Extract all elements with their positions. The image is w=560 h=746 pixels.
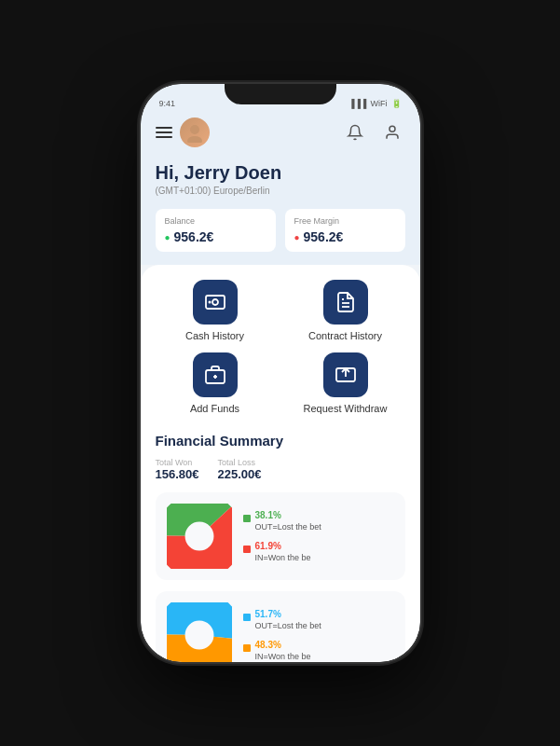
total-won-value: 156.80€ [156,467,199,481]
bell-icon [347,124,363,141]
contract-history-action[interactable]: Contract History [286,280,405,341]
pie-segment-orange [171,606,228,662]
chart-card-1: 38.1% OUT=Lost the bet 61.9% IN=Won the … [156,492,405,580]
hamburger-line [156,131,172,133]
legend-pct-orange-value: 48.3% [255,640,281,650]
add-funds-icon-box [193,352,238,397]
legend-pct-blue-value: 51.7% [255,609,281,619]
avatar[interactable] [180,117,210,147]
legend-pct-red: 61.9% IN=Won the be [255,536,311,562]
user-icon [384,124,401,141]
hamburger-line [156,127,172,129]
balance-section: Balance ● 956.2€ Free Margin ● 956.2€ [141,209,420,265]
financial-summary-title: Financial Summary [156,433,405,449]
pie-chart-1 [167,504,232,569]
legend-2: 51.7% OUT=Lost the bet 48.3% IN=Won the … [243,604,394,662]
total-won-label: Total Won [156,458,199,467]
legend-pct-blue: 51.7% OUT=Lost the bet [255,604,321,630]
signal-icon: ▐▐▐ [348,99,366,108]
svg-point-0 [190,125,199,134]
balance-dot: ● [165,232,171,242]
notification-button[interactable] [342,119,368,145]
cash-history-label: Cash History [185,330,244,341]
request-withdraw-icon-box [323,352,368,397]
total-won: Total Won 156.80€ [156,458,199,481]
balance-label: Balance [165,216,266,226]
total-loss-value: 225.00€ [218,467,262,481]
status-icons: ▐▐▐ WiFi 🔋 [348,99,401,108]
time: 9:41 [159,99,176,108]
cash-history-icon [204,291,226,313]
legend-dot-orange [243,644,251,652]
svg-point-4 [212,299,218,305]
add-funds-label: Add Funds [190,403,239,414]
menu-button[interactable] [156,127,172,138]
hamburger-line [156,136,172,138]
svg-point-2 [389,126,395,131]
legend-pct-orange: 48.3% IN=Won the be [255,635,311,661]
balance-card: Balance ● 956.2€ [156,209,276,252]
add-funds-action[interactable]: Add Funds [156,352,275,414]
pie-svg-1 [167,504,232,569]
cash-history-icon-box [193,280,238,325]
margin-dot: ● [294,232,300,242]
request-withdraw-action[interactable]: Request Withdraw [286,352,405,414]
screen: 9:41 ▐▐▐ WiFi 🔋 [141,84,420,662]
pie-svg-2 [167,602,232,662]
balance-cards: Balance ● 956.2€ Free Margin ● 956.2€ [156,209,405,252]
total-loss: Total Loss 225.00€ [218,458,262,481]
legend-dot-blue [243,614,251,621]
notch [225,84,336,104]
legend-dot-red [243,546,251,553]
chart-card-2: 51.7% OUT=Lost the bet 48.3% IN=Won the … [156,591,405,662]
margin-amount: 956.2€ [304,229,344,244]
balance-value: ● 956.2€ [165,229,266,244]
legend-1: 38.1% OUT=Lost the bet 61.9% IN=Won the … [243,505,394,567]
stats-row: Total Won 156.80€ Total Loss 225.00€ [156,458,405,481]
pie-segment-red [171,507,228,565]
greeting-section: Hi, Jerry Doen (GMT+01:00) Europe/Berlin [141,159,420,209]
greeting-name: Hi, Jerry Doen [156,162,405,184]
pie-chart-2 [167,602,232,662]
svg-point-1 [187,136,202,143]
contract-history-icon-box [323,280,368,325]
battery-icon: 🔋 [391,99,402,108]
header-left [156,117,210,147]
legend-dot-green [243,515,251,522]
cash-history-action[interactable]: Cash History [156,280,275,341]
legend-pct-red-value: 61.9% [255,541,281,551]
avatar-image [184,122,205,143]
legend-pct-green: 38.1% OUT=Lost the bet [255,505,321,532]
app-header [141,112,420,159]
request-withdraw-icon [335,364,357,386]
timezone: (GMT+01:00) Europe/Berlin [156,186,405,196]
legend-text-orange: IN=Won the be [255,652,311,661]
request-withdraw-label: Request Withdraw [304,403,388,414]
legend-item-green: 38.1% OUT=Lost the bet [243,505,394,532]
contract-history-label: Contract History [308,330,382,341]
legend-item-orange: 48.3% IN=Won the be [243,635,394,661]
total-loss-label: Total Loss [218,458,262,467]
header-icons [342,119,405,145]
legend-text-green: OUT=Lost the bet [255,522,321,532]
profile-button[interactable] [379,119,405,145]
legend-pct-green-value: 38.1% [255,510,281,520]
balance-amount: 956.2€ [174,229,214,244]
legend-item-red: 61.9% IN=Won the be [243,536,394,562]
legend-text-red: IN=Won the be [255,553,311,562]
action-grid: Cash History Contract History [156,280,405,414]
add-funds-icon [204,364,226,386]
legend-text-blue: OUT=Lost the bet [255,621,321,630]
main-content: Cash History Contract History [141,265,420,662]
contract-history-icon [335,291,357,313]
wifi-icon: WiFi [371,99,388,108]
margin-value: ● 956.2€ [294,229,396,244]
legend-item-blue: 51.7% OUT=Lost the bet [243,604,394,630]
phone-frame: 9:41 ▐▐▐ WiFi 🔋 [141,84,420,662]
margin-label: Free Margin [294,216,396,226]
margin-card: Free Margin ● 956.2€ [285,209,405,252]
